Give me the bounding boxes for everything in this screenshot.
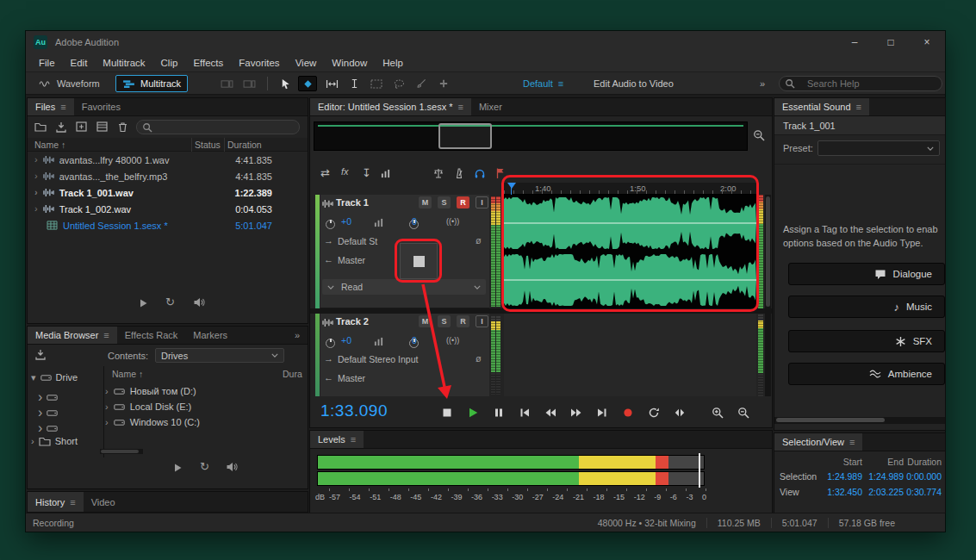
sfx-button[interactable]: SFX xyxy=(788,330,945,352)
zoom-in-icon[interactable] xyxy=(710,406,725,420)
input-monitor-button[interactable]: I xyxy=(476,315,488,327)
tab-files[interactable]: Files ≡ xyxy=(28,98,74,115)
loop-playback-icon[interactable]: ↻ xyxy=(165,296,175,308)
menu-item-multitrack[interactable]: Multitrack xyxy=(95,58,152,68)
solo-button[interactable]: S xyxy=(438,196,451,208)
menu-item-edit[interactable]: Edit xyxy=(63,58,96,68)
pause-button[interactable] xyxy=(491,406,507,420)
selection-duration[interactable]: 0:00.000 xyxy=(904,471,942,482)
media-col-name[interactable]: Name ↑ xyxy=(112,369,143,379)
expand-icon[interactable]: › xyxy=(34,204,38,214)
fx-icon[interactable]: fx xyxy=(341,167,349,177)
time-display[interactable]: 1:33.090 xyxy=(320,401,388,420)
move-tool-icon[interactable] xyxy=(276,76,295,91)
panel-layout-icon-2[interactable] xyxy=(239,76,258,91)
file-row[interactable]: › Track 1_002.wav 0:04.053 xyxy=(28,201,308,217)
overview-viewport[interactable] xyxy=(438,123,492,149)
tree-root-drives[interactable]: ▾ Drive xyxy=(31,372,78,383)
track-output-select[interactable]: Master xyxy=(338,255,469,265)
menu-item-clip[interactable]: Clip xyxy=(153,58,186,68)
menu-item-window[interactable]: Window xyxy=(324,58,375,68)
rewind-button[interactable] xyxy=(543,406,558,420)
razor-tool-icon[interactable] xyxy=(298,76,317,91)
view-start[interactable]: 1:32.450 xyxy=(823,487,862,497)
music-button[interactable]: ♪ Music xyxy=(788,296,945,318)
files-search-box[interactable] xyxy=(136,120,300,134)
drive-row[interactable]: ›Local Disk (E:) xyxy=(105,399,308,414)
arm-record-button[interactable]: R xyxy=(457,315,469,327)
selection-end[interactable]: 1:24.989 xyxy=(864,471,904,482)
tree-splitter[interactable] xyxy=(103,366,104,457)
tab-history[interactable]: History ≡ xyxy=(28,492,84,512)
tab-favorites[interactable]: Favorites xyxy=(74,98,128,115)
panel-menu-icon[interactable]: ≡ xyxy=(70,497,75,507)
ambience-button[interactable]: Ambience xyxy=(788,363,945,385)
track1-clip[interactable] xyxy=(504,195,756,308)
track-output-select[interactable]: Master xyxy=(338,373,469,383)
menu-item-help[interactable]: Help xyxy=(375,58,411,68)
panel-layout-icon[interactable] xyxy=(217,76,236,91)
balance-icon[interactable] xyxy=(432,167,444,179)
drive-row[interactable]: ›Windows 10 (C:) xyxy=(105,414,308,430)
menu-item-effects[interactable]: Effects xyxy=(185,58,231,68)
timeline-ruler[interactable]: 1:40 1:50 2:00 xyxy=(504,183,756,195)
preview-play-icon[interactable] xyxy=(138,298,148,308)
menu-item-file[interactable]: File xyxy=(31,58,63,68)
brush-tool-icon[interactable] xyxy=(412,76,431,91)
panel-menu-icon[interactable]: ≡ xyxy=(458,102,463,112)
arm-record-button[interactable]: R xyxy=(457,196,469,208)
fast-forward-button[interactable] xyxy=(569,406,584,420)
col-duration[interactable]: Duration xyxy=(227,140,262,150)
collapse-icon[interactable]: ▾ xyxy=(31,373,36,383)
tab-essential-sound[interactable]: Essential Sound ≡ xyxy=(774,98,869,115)
maximize-button[interactable]: □ xyxy=(873,31,909,53)
tree-item[interactable]: › xyxy=(38,405,58,420)
loop-playback-button[interactable] xyxy=(646,406,662,420)
routing-icon[interactable]: ↧ xyxy=(362,167,371,178)
pan-value[interactable]: 0 xyxy=(412,335,417,345)
swap-icon[interactable]: ⇄ xyxy=(320,167,330,178)
file-row-session[interactable]: Untitled Session 1.sesx * 5:01.047 xyxy=(28,217,308,233)
volume-value[interactable]: +0 xyxy=(341,335,351,345)
stop-button[interactable] xyxy=(439,406,455,420)
volume-knob[interactable] xyxy=(326,339,335,348)
record-button[interactable] xyxy=(620,406,636,420)
playhead-marker[interactable] xyxy=(507,183,516,189)
expand-icon[interactable]: › xyxy=(31,437,34,446)
tab-selection-view[interactable]: Selection/View ≡ xyxy=(774,433,862,451)
panel-menu-icon[interactable]: ≡ xyxy=(103,330,109,340)
marquee-tool-icon[interactable] xyxy=(367,76,386,91)
tab-effects-rack[interactable]: Effects Rack xyxy=(117,327,186,344)
tree-item[interactable]: › xyxy=(38,420,58,436)
slip-tool-icon[interactable] xyxy=(322,76,341,91)
workspace-task-label[interactable]: Edit Audio to Video xyxy=(587,75,680,92)
track2-clip-area[interactable] xyxy=(504,314,756,396)
expand-icon[interactable]: › xyxy=(34,188,38,197)
file-row[interactable]: › avantas..._the_belfry.mp3 4:41.835 xyxy=(28,168,308,184)
input-monitor-button[interactable]: I xyxy=(476,196,488,208)
ibeam-tool-icon[interactable] xyxy=(345,76,364,91)
tab-video[interactable]: Video xyxy=(84,492,123,512)
col-status[interactable]: Status xyxy=(195,140,221,150)
lasso-tool-icon[interactable] xyxy=(389,76,408,91)
mute-button[interactable]: M xyxy=(419,196,432,208)
tab-levels[interactable]: Levels ≡ xyxy=(310,431,364,448)
workspace-selector[interactable]: Default ≡ xyxy=(517,75,569,92)
heal-tool-icon[interactable] xyxy=(434,76,453,91)
trash-icon[interactable] xyxy=(117,121,128,133)
metering-icon[interactable] xyxy=(381,169,390,178)
minimize-button[interactable]: – xyxy=(836,31,873,53)
contents-dropdown[interactable]: Drives xyxy=(155,348,284,363)
preset-dropdown[interactable] xyxy=(817,140,940,156)
essential-hscrollbar[interactable] xyxy=(774,417,945,424)
selection-start[interactable]: 1:24.989 xyxy=(823,471,862,482)
col-name[interactable]: Name ↑ xyxy=(34,140,65,150)
file-row[interactable]: › Track 1_001.wav 1:22.389 xyxy=(28,184,308,201)
solo-button[interactable]: S xyxy=(438,315,451,327)
expand-icon[interactable]: › xyxy=(34,155,38,165)
panel-menu-icon[interactable]: ≡ xyxy=(351,434,356,445)
expand-icon[interactable]: › xyxy=(34,171,38,181)
move-to-next-button[interactable] xyxy=(594,406,610,420)
session-overview[interactable] xyxy=(314,121,748,151)
monitor-headphones-icon[interactable] xyxy=(474,167,486,179)
